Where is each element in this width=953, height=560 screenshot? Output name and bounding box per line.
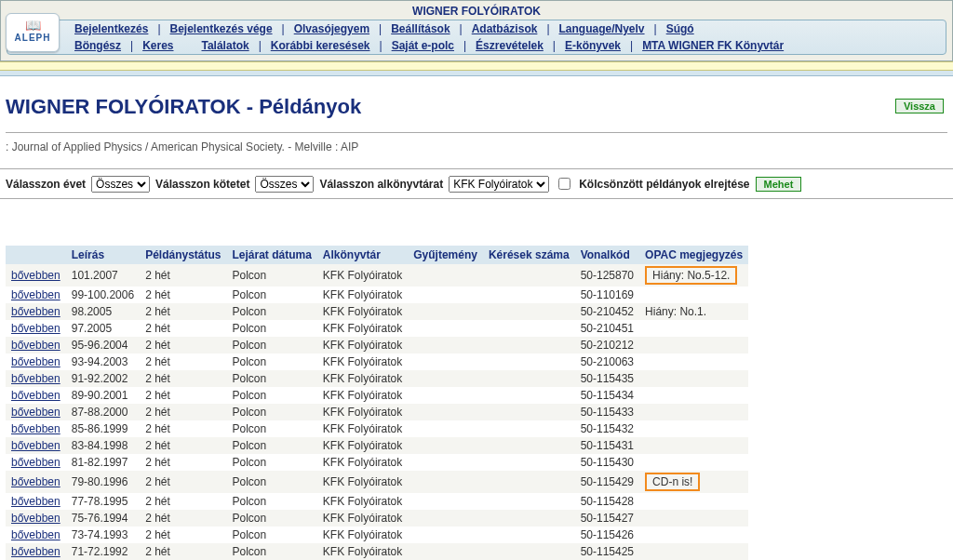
cell-opac-note [639, 420, 748, 437]
nav-r1-adatb-zisok[interactable]: Adatbázisok [472, 22, 538, 35]
table-row: bővebben99-100.20062 hétPolconKFK Folyói… [6, 287, 748, 303]
cell-desc: 91-92.2002 [66, 370, 140, 387]
cell-collection [408, 527, 483, 543]
cell-desc: 95-96.2004 [66, 337, 140, 353]
cell-status: 2 hét [140, 471, 226, 493]
cell-barcode: 50-110169 [575, 287, 639, 303]
table-row: bővebben81-82.19972 hétPolconKFK Folyóir… [6, 454, 748, 471]
cell-barcode: 50-115425 [575, 543, 639, 560]
more-link[interactable]: bővebben [11, 269, 60, 282]
more-link[interactable]: bővebben [11, 495, 60, 508]
more-link[interactable]: bővebben [11, 372, 60, 385]
nav-r2--szrev-telek[interactable]: Észrevételek [476, 39, 544, 52]
table-row: bővebben91-92.20022 hétPolconKFK Folyóir… [6, 370, 748, 387]
cell-opac-note [639, 454, 748, 471]
hide-loaned-checkbox[interactable] [558, 178, 570, 190]
cell-requests [483, 320, 575, 337]
nav-r2-keres[interactable]: Keres [142, 39, 173, 52]
cell-location: Polcon [227, 454, 317, 471]
logo-icon: 📖 [25, 18, 41, 33]
more-link[interactable]: bővebben [11, 305, 60, 318]
cell-barcode: 50-210452 [575, 303, 639, 320]
cell-collection [408, 264, 483, 287]
cell-status: 2 hét [140, 387, 226, 404]
cell-status: 2 hét [140, 454, 226, 471]
more-link[interactable]: bővebben [11, 528, 60, 541]
cell-requests [483, 493, 575, 510]
more-link[interactable]: bővebben [11, 475, 60, 488]
nav-r2-b-ng-sz[interactable]: Böngész [74, 39, 121, 52]
more-link[interactable]: bővebben [11, 389, 60, 402]
nav-r2-e-k-nyvek[interactable]: E-könyvek [565, 39, 621, 52]
volume-label: Válasszon kötetet [155, 178, 249, 191]
more-link[interactable]: bővebben [11, 406, 60, 419]
nav-separator: | [546, 22, 549, 35]
nav-container: 📖 ALEPH Bejelentkezés|Bejelentkezés vége… [7, 20, 946, 55]
cell-sublibrary: KFK Folyóiratok [317, 437, 408, 454]
nav-separator: | [259, 39, 262, 52]
more-link[interactable]: bővebben [11, 322, 60, 335]
cell-actions: bővebben [6, 437, 66, 454]
more-link[interactable]: bővebben [11, 512, 60, 525]
nav-r1-bejelentkez-s-v-ge[interactable]: Bejelentkezés vége [170, 22, 273, 35]
cell-status: 2 hét [140, 510, 226, 527]
cell-collection [408, 337, 483, 353]
more-link[interactable]: bővebben [11, 339, 60, 352]
nav-r2-tal-latok[interactable]: Találatok [202, 39, 249, 52]
volume-select[interactable]: Összes [255, 176, 314, 193]
cell-requests [483, 437, 575, 454]
back-button[interactable]: Vissza [895, 99, 944, 113]
go-button[interactable]: Mehet [756, 177, 802, 192]
nav-r1-bejelentkez-s[interactable]: Bejelentkezés [74, 22, 148, 35]
cell-barcode: 50-115432 [575, 420, 639, 437]
nav-r1-be-ll-t-sok[interactable]: Beállítások [391, 22, 450, 35]
cell-barcode: 50-210063 [575, 353, 639, 370]
col-actions [6, 246, 66, 264]
logo[interactable]: 📖 ALEPH [6, 13, 60, 52]
sublib-select[interactable]: KFK Folyóiratok [449, 176, 549, 193]
cell-location: Polcon [227, 437, 317, 454]
nav-r1-language-nyelv[interactable]: Language/Nyelv [559, 22, 645, 35]
nav-separator: | [130, 39, 133, 52]
cell-barcode: 50-115431 [575, 437, 639, 454]
table-row: bővebben95-96.20042 hétPolconKFK Folyóir… [6, 337, 748, 353]
nav-separator: | [630, 39, 633, 52]
cell-location: Polcon [227, 404, 317, 420]
cell-location: Polcon [227, 370, 317, 387]
more-link[interactable]: bővebben [11, 422, 60, 435]
cell-collection [408, 303, 483, 320]
cell-status: 2 hét [140, 320, 226, 337]
nav-r2-mta-wigner-fk-k-nyvt-r[interactable]: MTA WIGNER FK Könyvtár [642, 39, 784, 52]
more-link[interactable]: bővebben [11, 355, 60, 368]
nav-r1-s-g-[interactable]: Súgó [666, 22, 694, 35]
cell-opac-note [639, 370, 748, 387]
cell-desc: 97.2005 [66, 320, 140, 337]
nav-r2-saj-t-e-polc[interactable]: Saját e-polc [392, 39, 454, 52]
more-link[interactable]: bővebben [11, 545, 60, 558]
cell-status: 2 hét [140, 420, 226, 437]
more-link[interactable]: bővebben [11, 439, 60, 452]
divider-1 [6, 132, 947, 133]
nav-r1-olvas-jegyem[interactable]: Olvasójegyem [294, 22, 369, 35]
table-row: bővebben83-84.19982 hétPolconKFK Folyóir… [6, 437, 748, 454]
cell-sublibrary: KFK Folyóiratok [317, 527, 408, 543]
table-row: bővebben101.20072 hétPolconKFK Folyóirat… [6, 264, 748, 287]
year-select[interactable]: Összes [91, 176, 150, 193]
cell-location: Polcon [227, 420, 317, 437]
table-row: bővebben79-80.19962 hétPolconKFK Folyóir… [6, 471, 748, 493]
cell-barcode: 50-210451 [575, 320, 639, 337]
cell-location: Polcon [227, 493, 317, 510]
header: WIGNER FOLYÓIRATOK 📖 ALEPH Bejelentkezés… [0, 0, 953, 61]
cell-collection [408, 543, 483, 560]
cell-sublibrary: KFK Folyóiratok [317, 543, 408, 560]
cell-barcode: 50-115435 [575, 370, 639, 387]
cell-barcode: 50-115427 [575, 510, 639, 527]
cell-barcode: 50-210212 [575, 337, 639, 353]
more-link[interactable]: bővebben [11, 288, 60, 301]
nav-r2-kor-bbi-keres-sek[interactable]: Korábbi keresések [271, 39, 370, 52]
more-link[interactable]: bővebben [11, 456, 60, 469]
year-label: Válasszon évet [6, 178, 86, 191]
cell-actions: bővebben [6, 510, 66, 527]
table-row: bővebben71-72.19922 hétPolconKFK Folyóir… [6, 543, 748, 560]
cell-sublibrary: KFK Folyóiratok [317, 471, 408, 493]
